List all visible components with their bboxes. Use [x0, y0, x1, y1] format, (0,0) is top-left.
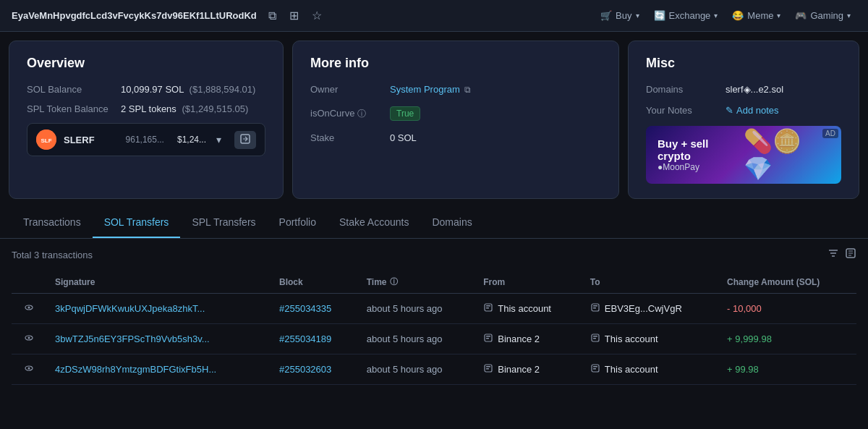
ad-text: Buy + sell crypto	[658, 137, 744, 162]
stake-label: Stake	[310, 132, 390, 143]
svg-rect-22	[486, 338, 489, 339]
is-oncurve-row: isOnCurve ⓘ True	[310, 106, 601, 121]
svg-point-19	[28, 337, 30, 339]
ad-badge: AD	[822, 129, 838, 138]
copy-owner-button[interactable]: ⧉	[464, 85, 471, 95]
row-visibility-button[interactable]	[20, 302, 38, 315]
token-send-button[interactable]	[234, 131, 256, 149]
copy-address-button[interactable]: ⧉	[265, 7, 279, 25]
cards-row: Overview SOL Balance 10,099.97 SOL ($1,8…	[0, 32, 868, 199]
account-address: EyaVeMnHpvgdfcLcd3vFvcykKs7dv96EKf1LLtUR…	[12, 10, 257, 21]
meme-icon: 😂	[732, 10, 744, 21]
table-row: 4zDSzW98rh8YmtzgmBDFGtixFb5H... #2550326…	[12, 354, 856, 385]
spl-balance-row: SPL Token Balance 2 SPL tokens ($1,249,5…	[27, 103, 265, 114]
buy-button[interactable]: 🛒 Buy ▾	[595, 7, 644, 24]
ad-brand: ●MoonPay	[658, 162, 744, 172]
export-csv-button[interactable]	[845, 247, 856, 262]
col-eye	[12, 271, 46, 294]
tab-spl-transfers[interactable]: SPL Transfers	[180, 208, 267, 238]
tabs-bar: Transactions SOL Transfers SPL Transfers…	[0, 208, 868, 239]
token-usd: $1,24...	[177, 135, 206, 145]
nav-icon-group: ⧉ ⊞ ☆	[265, 6, 325, 25]
more-info-card: More info Owner System Program ⧉ isOnCur…	[292, 41, 619, 199]
nav-right-buttons: 🛒 Buy ▾ 🔄 Exchange ▾ 😂 Meme ▾ 🎮 Gaming ▾	[595, 7, 856, 24]
from-cell: Binance 2	[475, 354, 582, 385]
block-link[interactable]: #255032603	[279, 364, 331, 375]
sig-cell: 4zDSzW98rh8YmtzgmBDFGtixFb5H...	[46, 354, 271, 385]
token-name: SLERF	[64, 135, 95, 145]
add-notes-button[interactable]: ✎ Add notes	[726, 105, 779, 116]
to-cell: This account	[582, 324, 718, 354]
system-program-link[interactable]: System Program	[390, 84, 460, 95]
from-account-icon	[483, 302, 493, 315]
tab-sol-transfers[interactable]: SOL Transfers	[93, 208, 181, 238]
svg-rect-13	[486, 305, 490, 307]
gaming-button[interactable]: 🎮 Gaming ▾	[789, 7, 856, 24]
stake-row: Stake 0 SOL	[310, 132, 601, 143]
spl-balance-value: 2 SPL tokens ($1,249,515.05)	[121, 103, 248, 114]
token-row[interactable]: SLF SLERF 961,165... $1,24... ▾	[27, 123, 265, 156]
time-info-icon: ⓘ	[390, 276, 398, 287]
signature-link[interactable]: 3kPqwjDFWkKwukUXJpeka8zhkT...	[55, 303, 205, 314]
total-transactions-label: Total 3 transactions	[12, 250, 93, 260]
sig-cell: 3kPqwjDFWkKwukUXJpeka8zhkT...	[46, 294, 271, 324]
change-cell: - 10,000	[718, 294, 856, 324]
signature-link[interactable]: 3bwTZJ5n6EY3FPScTh9Vvb5sh3v...	[55, 334, 210, 344]
edit-icon: ✎	[726, 105, 733, 116]
signature-link[interactable]: 4zDSzW98rh8YmtzgmBDFGtixFb5H...	[55, 364, 216, 375]
block-cell: #255032603	[271, 354, 358, 385]
table-row: 3bwTZJ5n6EY3FPScTh9Vvb5sh3v... #25503418…	[12, 324, 856, 354]
misc-card: Misc Domains slerf◈...e2.sol Your Notes …	[628, 41, 859, 199]
col-block: Block	[271, 271, 358, 294]
spl-balance-label: SPL Token Balance	[27, 103, 121, 114]
notes-label: Your Notes	[646, 105, 726, 116]
block-link[interactable]: #255034189	[279, 334, 331, 344]
grid-view-button[interactable]: ⊞	[286, 6, 302, 25]
exchange-chevron-icon: ▾	[714, 12, 718, 20]
overview-card: Overview SOL Balance 10,099.97 SOL ($1,8…	[9, 41, 284, 199]
gaming-chevron-icon: ▾	[847, 12, 851, 20]
svg-point-27	[28, 368, 30, 370]
col-time: Time ⓘ	[358, 271, 475, 294]
sol-balance-value: 10,099.97 SOL ($1,888,594.01)	[121, 84, 255, 95]
from-cell: This account	[475, 294, 582, 324]
tab-portfolio[interactable]: Portfolio	[268, 208, 328, 238]
meme-button[interactable]: 😂 Meme ▾	[726, 7, 786, 24]
token-dropdown-icon[interactable]: ▾	[216, 134, 221, 145]
domains-value: slerf◈...e2.sol	[726, 84, 783, 95]
tab-domains[interactable]: Domains	[420, 208, 483, 238]
filter-button[interactable]	[827, 247, 839, 262]
table-action-buttons	[827, 247, 856, 262]
to-account-icon	[590, 333, 600, 345]
svg-rect-21	[486, 336, 490, 337]
change-cell: + 99.98	[718, 354, 856, 385]
svg-rect-32	[593, 366, 597, 368]
buy-chevron-icon: ▾	[636, 12, 639, 20]
ad-banner[interactable]: Buy + sell crypto ●MoonPay 💊🪙💎 AD	[646, 126, 841, 184]
domains-row: Domains slerf◈...e2.sol	[646, 84, 841, 95]
notes-row: Your Notes ✎ Add notes	[646, 105, 841, 116]
favorite-button[interactable]: ☆	[309, 6, 325, 25]
time-cell: about 5 hours ago	[358, 294, 475, 324]
sig-cell: 3bwTZJ5n6EY3FPScTh9Vvb5sh3v...	[46, 324, 271, 354]
token-icon: SLF	[36, 129, 56, 150]
exchange-icon: 🔄	[654, 10, 665, 21]
block-cell: #255034335	[271, 294, 358, 324]
info-icon: ⓘ	[357, 109, 366, 119]
svg-rect-24	[593, 336, 597, 337]
svg-rect-16	[593, 305, 597, 307]
table-row: 3kPqwjDFWkKwukUXJpeka8zhkT... #255034335…	[12, 294, 856, 324]
tab-stake-accounts[interactable]: Stake Accounts	[328, 208, 421, 238]
table-header: Signature Block Time ⓘ From To Change Am…	[12, 271, 856, 294]
top-nav: EyaVeMnHpvgdfcLcd3vFvcykKs7dv96EKf1LLtUR…	[0, 0, 868, 32]
block-link[interactable]: #255034335	[279, 303, 331, 314]
transactions-table: Signature Block Time ⓘ From To Change Am…	[12, 271, 856, 385]
exchange-button[interactable]: 🔄 Exchange ▾	[648, 7, 724, 24]
table-summary-row: Total 3 transactions	[12, 247, 856, 262]
owner-row: Owner System Program ⧉	[310, 84, 601, 95]
table-section: Total 3 transactions	[0, 239, 868, 394]
row-visibility-button[interactable]	[20, 333, 38, 345]
meme-chevron-icon: ▾	[777, 12, 780, 20]
tab-transactions[interactable]: Transactions	[12, 208, 93, 238]
row-visibility-button[interactable]	[20, 363, 38, 375]
